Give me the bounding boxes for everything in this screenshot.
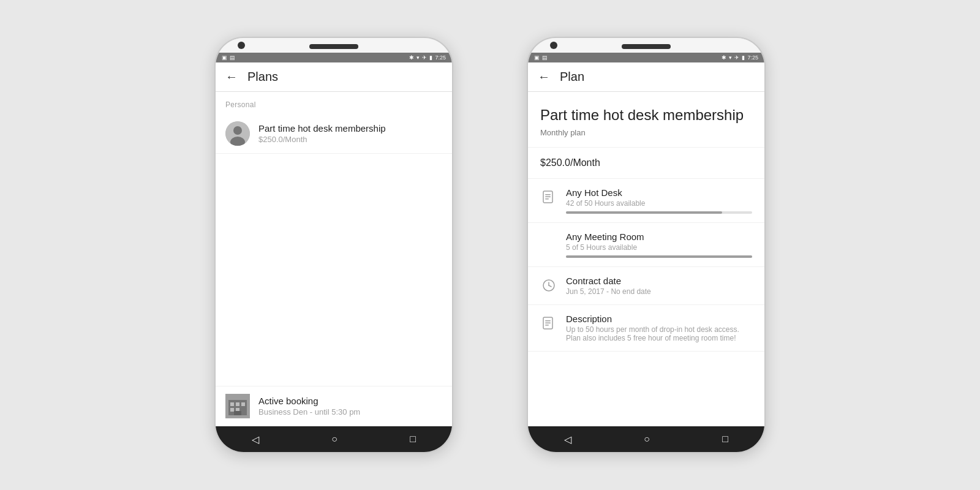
earpiece-speaker2 <box>622 44 671 49</box>
time-display: 7:25 <box>435 55 446 61</box>
recents-nav-button2[interactable]: □ <box>712 429 738 450</box>
plan-header: Part time hot desk membership Monthly pl… <box>528 92 764 148</box>
svg-rect-7 <box>241 402 245 406</box>
phone2-top-hardware <box>528 38 764 53</box>
phone1-bottom-nav: ◁ ○ □ <box>216 426 452 452</box>
notification-icon3: ▣ <box>534 55 540 61</box>
phone1-status-bar: ▣ ▤ ✱ ▾ ✈ ▮ 7:25 <box>216 53 452 62</box>
phone1: ▣ ▤ ✱ ▾ ✈ ▮ 7:25 ← Plans Personal <box>214 37 453 453</box>
plan-item-text: Part time hot desk membership $250.0/Mon… <box>258 123 442 144</box>
booking-thumbnail <box>225 394 250 418</box>
svg-line-17 <box>549 285 551 287</box>
svg-rect-13 <box>545 196 551 197</box>
earpiece-speaker <box>309 44 358 49</box>
svg-rect-14 <box>545 198 549 200</box>
plan-title: Part time hot desk membership <box>540 107 752 124</box>
phone2-status-bar: ▣ ▤ ✱ ▾ ✈ ▮ 7:25 <box>528 53 764 62</box>
plan-type: Monthly plan <box>540 128 752 137</box>
building-icon <box>225 394 250 418</box>
description-title: Description <box>566 314 752 324</box>
battery-icon2: ▮ <box>742 55 745 61</box>
contract-text: Contract date Jun 5, 2017 - No end date <box>566 276 752 296</box>
svg-rect-12 <box>545 194 551 195</box>
svg-rect-20 <box>545 322 551 323</box>
hot-desk-progress-bg <box>566 211 752 214</box>
clock-icon <box>540 277 557 294</box>
meeting-room-hours: 5 of 5 Hours available <box>566 243 752 252</box>
phone2-app-bar: ← Plan <box>528 62 764 92</box>
status-bar-left-icons: ▣ ▤ <box>222 55 235 61</box>
page-title: Plans <box>247 70 278 84</box>
contract-date-item: Contract date Jun 5, 2017 - No end date <box>528 267 764 305</box>
meeting-room-text: Any Meeting Room 5 of 5 Hours available <box>566 232 752 258</box>
description-text: Description Up to 50 hours per month of … <box>566 314 752 342</box>
description-body: Up to 50 hours per month of drop-in hot … <box>566 325 752 342</box>
booking-item-text: Active booking Business Den - until 5:30… <box>258 396 442 417</box>
bluetooth-icon2: ✱ <box>722 55 726 61</box>
phones-container: ▣ ▤ ✱ ▾ ✈ ▮ 7:25 ← Plans Personal <box>0 0 980 490</box>
power-button <box>452 99 453 130</box>
back-nav-button[interactable]: ◁ <box>242 429 269 450</box>
document-icon <box>542 190 556 204</box>
svg-rect-6 <box>236 402 239 406</box>
page-title2: Plan <box>560 70 584 84</box>
description-icon <box>540 315 557 332</box>
meeting-room-progress-bg <box>566 255 752 258</box>
time-display2: 7:25 <box>747 55 758 61</box>
meeting-room-item: Any Meeting Room 5 of 5 Hours available <box>528 223 764 267</box>
svg-point-1 <box>233 126 242 135</box>
svg-rect-8 <box>230 408 234 412</box>
plan-price: $250.0/Month <box>258 135 442 144</box>
booking-title: Active booking <box>258 396 442 406</box>
volume-button <box>214 111 216 131</box>
booking-subtitle: Business Den - until 5:30 pm <box>258 407 442 417</box>
contract-dates: Jun 5, 2017 - No end date <box>566 287 752 296</box>
meeting-room-title: Any Meeting Room <box>566 232 752 242</box>
description-doc-icon <box>542 317 556 330</box>
svg-rect-19 <box>545 320 551 322</box>
volume-button2 <box>527 111 528 131</box>
hot-desk-text: Any Hot Desk 42 of 50 Hours available <box>566 187 752 214</box>
phone2: ▣ ▤ ✱ ▾ ✈ ▮ 7:25 ← Plan P <box>527 37 766 453</box>
meeting-room-progress-wrap <box>566 255 752 258</box>
phone1-screen: Personal Part time hot desk membership $ <box>216 92 452 426</box>
hot-desk-progress-wrap <box>566 211 752 214</box>
front-camera <box>238 42 245 49</box>
svg-rect-21 <box>545 325 549 326</box>
back-nav-button2[interactable]: ◁ <box>554 429 581 450</box>
status-bar2-right-icons: ✱ ▾ ✈ ▮ 7:25 <box>722 55 758 61</box>
active-booking-item[interactable]: Active booking Business Den - until 5:30… <box>216 386 452 426</box>
front-camera2 <box>550 42 557 49</box>
plan-price-section: $250.0/Month <box>528 148 764 179</box>
contract-title: Contract date <box>566 276 752 286</box>
plan-name: Part time hot desk membership <box>258 123 442 134</box>
status-bar-right-icons: ✱ ▾ ✈ ▮ 7:25 <box>409 55 446 61</box>
plan-list-item[interactable]: Part time hot desk membership $250.0/Mon… <box>216 114 452 154</box>
bluetooth-icon: ✱ <box>409 55 414 61</box>
back-button2[interactable]: ← <box>538 70 550 84</box>
phone2-wrap: ▣ ▤ ✱ ▾ ✈ ▮ 7:25 ← Plan P <box>527 37 766 453</box>
home-nav-button2[interactable]: ○ <box>634 429 660 450</box>
battery-icon: ▮ <box>429 55 432 61</box>
avatar-image <box>225 121 250 146</box>
meeting-room-progress-fill <box>566 255 752 258</box>
plan-detail-screen: Part time hot desk membership Monthly pl… <box>528 92 764 426</box>
status-bar2-left-icons: ▣ ▤ <box>534 55 548 61</box>
user-avatar <box>225 121 250 146</box>
description-item: Description Up to 50 hours per month of … <box>528 305 764 352</box>
phone1-app-bar: ← Plans <box>216 62 452 92</box>
phone1-wrap: ▣ ▤ ✱ ▾ ✈ ▮ 7:25 ← Plans Personal <box>214 37 453 453</box>
hot-desk-icon <box>540 189 557 206</box>
empty-space <box>216 154 452 386</box>
notification-icon4: ▤ <box>542 55 548 61</box>
signal-icon: ✈ <box>422 55 427 61</box>
home-nav-button[interactable]: ○ <box>322 429 347 450</box>
back-button[interactable]: ← <box>225 70 238 84</box>
signal-icon2: ✈ <box>734 55 739 61</box>
plan-price: $250.0/Month <box>540 157 752 168</box>
recents-nav-button[interactable]: □ <box>400 429 426 450</box>
svg-rect-10 <box>234 411 241 415</box>
personal-section-label: Personal <box>216 92 452 114</box>
power-button2 <box>764 99 766 130</box>
hot-desk-hours: 42 of 50 Hours available <box>566 199 752 208</box>
